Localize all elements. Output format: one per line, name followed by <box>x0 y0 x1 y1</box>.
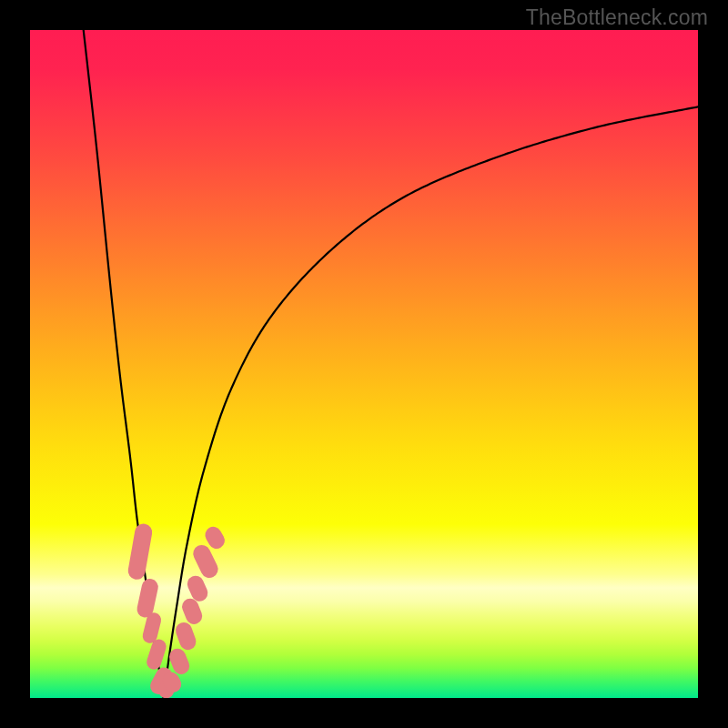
bottleneck-curve <box>30 30 698 698</box>
watermark-text: TheBottleneck.com <box>526 5 708 30</box>
plot-area <box>30 30 698 698</box>
outer-frame: TheBottleneck.com <box>0 0 728 728</box>
